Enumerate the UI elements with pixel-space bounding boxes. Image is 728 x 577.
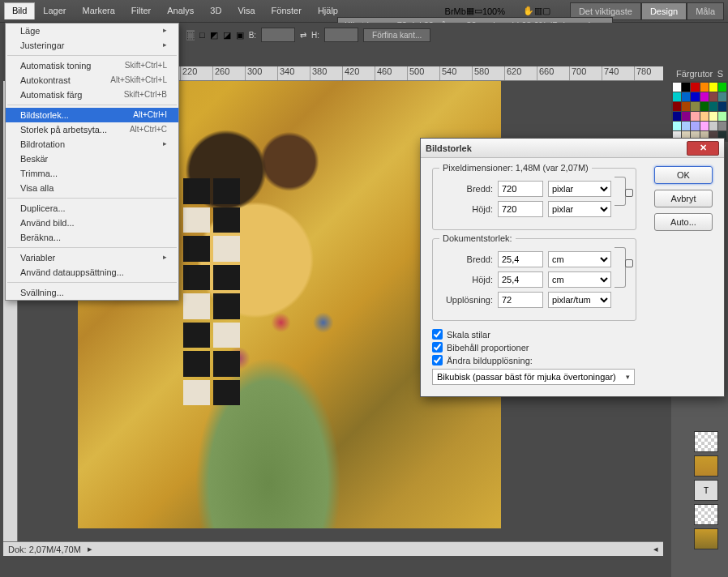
link-icon[interactable] (615, 247, 626, 288)
resample-checkbox[interactable] (432, 355, 443, 365)
doc-height-unit[interactable]: cm (548, 271, 611, 288)
swatch[interactable] (718, 122, 726, 130)
px-height-unit[interactable]: pixlar (548, 201, 611, 217)
px-width-input[interactable] (498, 181, 543, 197)
menu-item[interactable]: Beskär (6, 152, 178, 166)
menu-filter[interactable]: Filter (123, 2, 159, 19)
swatch[interactable] (673, 83, 681, 92)
menu-item[interactable]: Trimma... (6, 166, 178, 181)
layer-thumb[interactable] (694, 504, 718, 525)
screenmode-icon[interactable]: ▢ (542, 6, 550, 16)
swatch[interactable] (718, 112, 726, 121)
swatch[interactable] (718, 83, 726, 92)
link-icon[interactable] (615, 177, 626, 206)
zoom-display[interactable]: 100% (482, 6, 523, 16)
refine-edge-button[interactable]: Förfina kant... (363, 28, 430, 42)
toolbar-icon[interactable]: Br (445, 6, 454, 16)
swatch[interactable] (673, 92, 681, 101)
design-button[interactable]: Design (641, 2, 687, 20)
swatch[interactable] (709, 83, 717, 92)
menu-item[interactable]: Använd bild... (6, 216, 178, 230)
menu-lager[interactable]: Lager (35, 2, 74, 19)
swap-icon[interactable]: ⇄ (300, 31, 306, 40)
menu-item[interactable]: Beräkna... (6, 230, 178, 245)
styles-tab-letter[interactable]: S (717, 69, 723, 79)
menu-item[interactable]: Automatisk färgSkift+Ctrl+B (6, 88, 178, 102)
doc-height-input[interactable] (498, 271, 543, 288)
menu-item[interactable]: Variabler (6, 250, 178, 265)
toolbar-icon[interactable]: ▦ (466, 6, 474, 16)
swatch[interactable] (682, 92, 690, 101)
doc-width-unit[interactable]: cm (548, 251, 611, 267)
menu-item[interactable]: Justeringar (6, 38, 178, 53)
menu-fönster[interactable]: Fönster (263, 2, 310, 19)
swatch[interactable] (709, 92, 717, 101)
swatch[interactable] (700, 83, 709, 92)
swatch[interactable] (700, 102, 709, 111)
swatch[interactable] (709, 122, 717, 130)
menu-item[interactable]: Svällning... (6, 285, 178, 300)
swatch[interactable] (682, 83, 690, 92)
swatch[interactable] (691, 83, 699, 92)
dialog-titlebar[interactable]: Bildstorlek ✕ (421, 139, 724, 158)
layer-thumb[interactable]: T (694, 480, 718, 501)
menu-markera[interactable]: Markera (74, 2, 122, 19)
menu-item[interactable]: Duplicera... (6, 201, 178, 216)
ok-button[interactable]: OK (654, 166, 713, 184)
resolution-unit[interactable]: pixlar/tum (548, 292, 611, 308)
menu-item[interactable]: AutokontrastAlt+Skift+Ctrl+L (6, 73, 178, 88)
swatch[interactable] (691, 112, 699, 121)
menu-item[interactable]: Läge (6, 24, 178, 38)
viewmode-icon[interactable]: ▥ (534, 6, 542, 16)
auto-button[interactable]: Auto... (654, 213, 713, 231)
swatch[interactable] (691, 92, 699, 101)
swatch[interactable] (691, 122, 699, 130)
swatches-tab[interactable]: Färgrutor (676, 69, 713, 79)
menu-analys[interactable]: Analys (159, 2, 202, 19)
toolbar-icon[interactable]: ▭ (474, 6, 482, 16)
menu-bild[interactable]: Bild (4, 2, 35, 19)
menu-visa[interactable]: Visa (229, 2, 263, 19)
swatch[interactable] (700, 112, 709, 121)
toolbar-icon[interactable]: Mb (454, 6, 466, 16)
swatch[interactable] (718, 92, 726, 101)
mode-icon[interactable]: ◪ (223, 30, 231, 41)
swatch[interactable] (673, 112, 681, 121)
swatch[interactable] (700, 122, 709, 130)
scale-styles-checkbox[interactable] (432, 329, 443, 340)
constrain-checkbox[interactable] (432, 342, 443, 353)
hand-tool-icon[interactable]: ✋ (523, 6, 534, 16)
doc-width-input[interactable] (498, 251, 543, 267)
swatch[interactable] (700, 92, 709, 101)
menu-3d[interactable]: 3D (202, 2, 229, 19)
mode-icon[interactable]: □ (199, 30, 205, 40)
menu-item[interactable]: Automatisk toningSkift+Ctrl+L (6, 58, 178, 73)
menu-item[interactable]: Bildrotation (6, 137, 178, 152)
swatch[interactable] (691, 102, 699, 111)
layer-thumb[interactable] (694, 528, 718, 549)
px-height-input[interactable] (498, 201, 543, 217)
swatch[interactable] (682, 102, 690, 111)
swatch[interactable] (682, 112, 690, 121)
menu-item[interactable]: Bildstorlek...Alt+Ctrl+I (6, 108, 178, 122)
layer-thumb[interactable] (694, 431, 718, 452)
swatch[interactable] (709, 102, 717, 111)
swatch[interactable] (673, 102, 681, 111)
swatch[interactable] (673, 122, 681, 130)
marquee-icon[interactable]: ⬚ (186, 30, 195, 41)
close-icon[interactable]: ✕ (687, 141, 719, 156)
px-width-unit[interactable]: pixlar (548, 181, 611, 197)
resolution-input[interactable] (498, 292, 543, 308)
layer-thumb[interactable] (694, 455, 718, 477)
chevron-right-icon[interactable]: ▸ (88, 544, 92, 554)
mode-icon[interactable]: ◩ (210, 30, 218, 41)
swatch[interactable] (709, 112, 717, 121)
resample-method-select[interactable]: Bikubisk (passar bäst för mjuka övertoni… (432, 369, 635, 385)
paint-button[interactable]: Måla (687, 2, 724, 20)
scroll-arrow-icon[interactable]: ◂ (653, 544, 658, 554)
menu-item[interactable]: Använd datauppsättning... (6, 265, 178, 280)
mode-icon[interactable]: ▣ (236, 30, 244, 41)
cancel-button[interactable]: Avbryt (654, 190, 713, 207)
height-input[interactable] (324, 28, 358, 42)
menu-item[interactable]: Storlek på arbetsyta...Alt+Ctrl+C (6, 122, 178, 137)
